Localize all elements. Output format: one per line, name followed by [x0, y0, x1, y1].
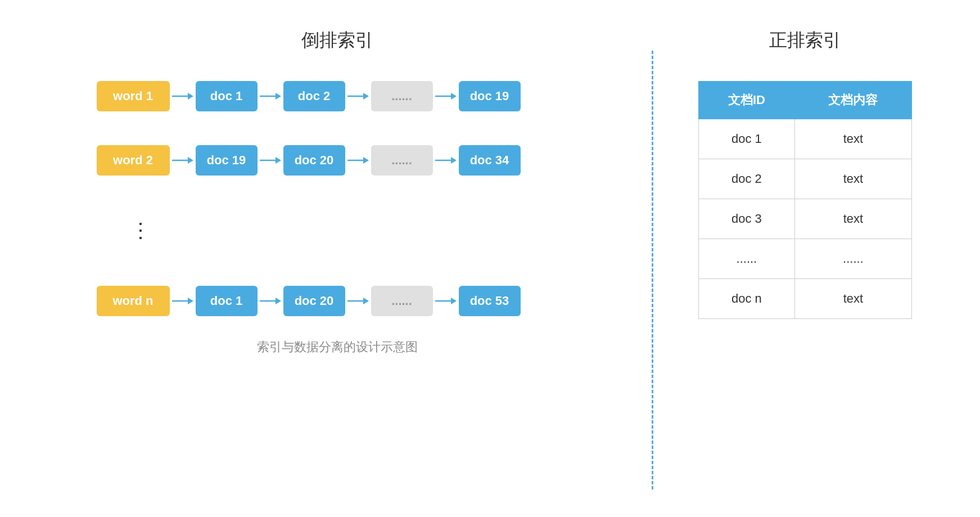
svg-marker-3 [276, 93, 281, 100]
index-rows: word 1 doc 1 doc 2 ...... doc 19 [63, 81, 612, 316]
svg-marker-7 [451, 93, 457, 100]
word-box-1: word 1 [97, 81, 170, 111]
col-header-content: 文档内容 [795, 81, 911, 119]
arrow [260, 90, 281, 102]
doc-box-1-1: doc 1 [196, 81, 258, 111]
svg-marker-1 [188, 93, 193, 100]
table-cell-id: doc 2 [698, 159, 795, 199]
index-row-1: word 1 doc 1 doc 2 ...... doc 19 [97, 81, 521, 111]
forward-index-section: 正排索引 文档ID 文档内容 doc 1textdoc 2textdoc 3te… [670, 28, 940, 319]
table-row: ............ [698, 239, 911, 278]
svg-marker-23 [451, 298, 457, 304]
arrow [347, 154, 369, 167]
doc-box-2-last: doc 34 [459, 145, 521, 176]
word-box-n: word n [97, 286, 170, 316]
table-row: doc 1text [698, 119, 911, 159]
doc-box-1-last: doc 19 [459, 81, 521, 111]
doc-box-n-2: doc 20 [283, 286, 345, 316]
index-row-2: word 2 doc 19 doc 20 ...... doc 34 [97, 145, 521, 176]
table-cell-id: ...... [698, 239, 795, 278]
ellipsis-box-1: ...... [371, 81, 433, 111]
table-header-row: 文档ID 文档内容 [698, 81, 911, 119]
svg-marker-5 [363, 93, 369, 100]
table-cell-id: doc 3 [698, 199, 795, 239]
arrow [435, 154, 457, 167]
diagram-caption: 索引与数据分离的设计示意图 [257, 339, 418, 356]
table-row: doc 2text [698, 159, 911, 199]
section-divider [652, 51, 653, 489]
svg-marker-13 [363, 157, 369, 164]
inverted-index-section: 倒排索引 word 1 doc 1 doc 2 ...... [40, 28, 635, 356]
word-box-2: word 2 [97, 145, 170, 176]
arrow [172, 154, 193, 167]
doc-box-n-last: doc 53 [459, 286, 521, 316]
svg-marker-11 [276, 157, 281, 164]
vertical-dots: ⋮ [97, 221, 153, 241]
svg-marker-21 [363, 298, 369, 304]
arrow [435, 295, 457, 307]
forward-index-title: 正排索引 [769, 28, 841, 53]
table-cell-id: doc n [698, 278, 795, 318]
table-row: doc 3text [698, 199, 911, 239]
arrow [347, 295, 369, 307]
index-row-3: word n doc 1 doc 20 ...... doc 53 [97, 286, 521, 316]
inverted-index-title: 倒排索引 [301, 28, 373, 53]
doc-box-2-1: doc 19 [196, 145, 258, 176]
forward-index-table: 文档ID 文档内容 doc 1textdoc 2textdoc 3text...… [698, 81, 912, 319]
table-cell-content: text [795, 278, 911, 318]
table-cell-content: text [795, 199, 911, 239]
svg-marker-9 [188, 157, 193, 164]
main-container: 倒排索引 word 1 doc 1 doc 2 ...... [40, 28, 940, 489]
arrow [435, 90, 457, 102]
arrow [172, 90, 193, 102]
table-row: doc ntext [698, 278, 911, 318]
arrow [347, 90, 369, 102]
table-cell-content: ...... [795, 239, 911, 278]
ellipsis-box-2: ...... [371, 145, 433, 176]
doc-box-n-1: doc 1 [196, 286, 258, 316]
col-header-id: 文档ID [698, 81, 795, 119]
doc-box-2-2: doc 20 [283, 145, 345, 176]
arrow [260, 154, 281, 167]
ellipsis-box-n: ...... [371, 286, 433, 316]
table-cell-content: text [795, 119, 911, 159]
table-cell-content: text [795, 159, 911, 199]
doc-box-1-2: doc 2 [283, 81, 345, 111]
table-cell-id: doc 1 [698, 119, 795, 159]
svg-marker-17 [188, 298, 193, 304]
arrow [260, 295, 281, 307]
arrow [172, 295, 193, 307]
svg-marker-15 [451, 157, 457, 164]
svg-marker-19 [276, 298, 281, 304]
